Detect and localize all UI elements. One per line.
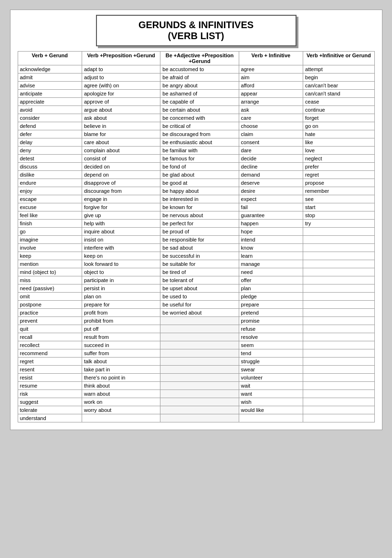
- cell-r19-c4: try: [303, 220, 374, 228]
- table-row: avoidargue aboutbe certain aboutaskconti…: [18, 106, 374, 114]
- cell-r9-c2: be enthusiastic about: [160, 138, 239, 147]
- cell-r19-c3: happen: [239, 220, 303, 228]
- cell-r12-c4: prefer: [303, 163, 374, 171]
- cell-r37-c4: [303, 366, 374, 374]
- table-row: detestconsist ofbe famous fordecidenegle…: [18, 155, 374, 163]
- cell-r26-c4: [303, 276, 374, 284]
- cell-r33-c3: resolve: [239, 333, 303, 341]
- cell-r19-c2: be perfect for: [160, 220, 239, 228]
- cell-r20-c4: [303, 228, 374, 236]
- header-col1: Verb + Gerund: [18, 52, 82, 65]
- cell-r39-c2: [160, 382, 239, 390]
- table-header-row: Verb + Gerund Verb +Preposition +Gerund …: [18, 52, 374, 65]
- cell-r10-c2: be familiar with: [160, 147, 239, 155]
- cell-r26-c2: be tolerant of: [160, 276, 239, 284]
- cell-r0-c3: agree: [239, 65, 303, 74]
- cell-r9-c3: consent: [239, 138, 303, 147]
- table-row: admitadjust tobe afraid ofaimbegin: [18, 74, 374, 82]
- cell-r17-c3: fail: [239, 203, 303, 211]
- header-col5: Verb +Infinitive or Gerund: [303, 52, 374, 65]
- cell-r25-c3: need: [239, 268, 303, 276]
- cell-r22-c2: be sad about: [160, 244, 239, 252]
- cell-r26-c1: participate in: [82, 276, 160, 284]
- cell-r28-c4: [303, 293, 374, 301]
- cell-r40-c2: [160, 390, 239, 398]
- cell-r41-c4: [303, 398, 374, 406]
- cell-r4-c1: approve of: [82, 98, 160, 106]
- cell-r12-c3: decline: [239, 163, 303, 171]
- title-line2: (VERB LIST): [102, 31, 291, 42]
- cell-r32-c2: [160, 325, 239, 333]
- table-row: practiceprofit frombe worried aboutprete…: [18, 309, 374, 317]
- cell-r35-c2: [160, 349, 239, 358]
- cell-r26-c3: offer: [239, 276, 303, 284]
- cell-r8-c2: be discouraged from: [160, 130, 239, 138]
- cell-r7-c2: be critical of: [160, 122, 239, 130]
- cell-r39-c3: wait: [239, 382, 303, 390]
- cell-r23-c1: keep on: [82, 252, 160, 260]
- cell-r0-c0: acknowledge: [18, 65, 82, 74]
- cell-r36-c0: regret: [18, 358, 82, 366]
- cell-r0-c1: adapt to: [82, 65, 160, 74]
- cell-r13-c0: dislike: [18, 171, 82, 179]
- table-row: adviseagree (with) onbe angry aboutaffor…: [18, 82, 374, 90]
- cell-r23-c4: [303, 252, 374, 260]
- cell-r8-c3: claim: [239, 130, 303, 138]
- cell-r4-c0: appreciate: [18, 98, 82, 106]
- cell-r34-c3: seem: [239, 341, 303, 349]
- table-row: understand: [18, 414, 374, 422]
- table-row: enduredisapprove ofbe good atdeserveprop…: [18, 179, 374, 187]
- table-row: acknowledgeadapt tobe accustomed toagree…: [18, 65, 374, 74]
- cell-r38-c2: [160, 374, 239, 382]
- table-row: recallresult fromresolve: [18, 333, 374, 341]
- cell-r11-c1: consist of: [82, 155, 160, 163]
- cell-r42-c1: worry about: [82, 406, 160, 414]
- cell-r25-c1: object to: [82, 268, 160, 276]
- cell-r16-c1: engage in: [82, 195, 160, 203]
- cell-r17-c2: be known for: [160, 203, 239, 211]
- cell-r30-c1: profit from: [82, 309, 160, 317]
- table-row: finishhelp withbe perfect forhappentry: [18, 220, 374, 228]
- table-row: quitput offrefuse: [18, 325, 374, 333]
- cell-r4-c3: arrange: [239, 98, 303, 106]
- cell-r35-c4: [303, 349, 374, 358]
- cell-r22-c0: involve: [18, 244, 82, 252]
- cell-r24-c2: be suitable for: [160, 260, 239, 268]
- table-row: regrettalk aboutstruggle: [18, 358, 374, 366]
- cell-r27-c3: plan: [239, 284, 303, 293]
- cell-r38-c4: [303, 374, 374, 382]
- cell-r23-c2: be successful in: [160, 252, 239, 260]
- cell-r5-c1: argue about: [82, 106, 160, 114]
- cell-r11-c2: be famous for: [160, 155, 239, 163]
- title-line1: GERUNDS & INFINITIVES: [102, 20, 291, 31]
- cell-r7-c1: believe in: [82, 122, 160, 130]
- cell-r32-c0: quit: [18, 325, 82, 333]
- cell-r29-c1: prepare for: [82, 301, 160, 309]
- cell-r10-c3: dare: [239, 147, 303, 155]
- cell-r27-c0: need (passive): [18, 284, 82, 293]
- cell-r37-c2: [160, 366, 239, 374]
- cell-r9-c4: like: [303, 138, 374, 147]
- cell-r8-c0: defer: [18, 130, 82, 138]
- cell-r30-c3: pretend: [239, 309, 303, 317]
- cell-r17-c1: forgive for: [82, 203, 160, 211]
- cell-r14-c4: propose: [303, 179, 374, 187]
- cell-r18-c0: feel like: [18, 211, 82, 220]
- cell-r5-c4: continue: [303, 106, 374, 114]
- cell-r39-c0: resume: [18, 382, 82, 390]
- cell-r2-c0: advise: [18, 82, 82, 90]
- table-row: imagineinsist onbe responsible forintend: [18, 236, 374, 244]
- cell-r42-c2: [160, 406, 239, 414]
- cell-r37-c0: resent: [18, 366, 82, 374]
- cell-r38-c1: there's no point in: [82, 374, 160, 382]
- cell-r20-c0: go: [18, 228, 82, 236]
- cell-r27-c1: persist in: [82, 284, 160, 293]
- cell-r10-c1: complain about: [82, 147, 160, 155]
- table-row: feel likegive upbe nervous aboutguarante…: [18, 211, 374, 220]
- cell-r1-c0: admit: [18, 74, 82, 82]
- cell-r13-c1: depend on: [82, 171, 160, 179]
- cell-r28-c2: be used to: [160, 293, 239, 301]
- cell-r21-c0: imagine: [18, 236, 82, 244]
- cell-r27-c2: be upset about: [160, 284, 239, 293]
- cell-r6-c3: care: [239, 114, 303, 122]
